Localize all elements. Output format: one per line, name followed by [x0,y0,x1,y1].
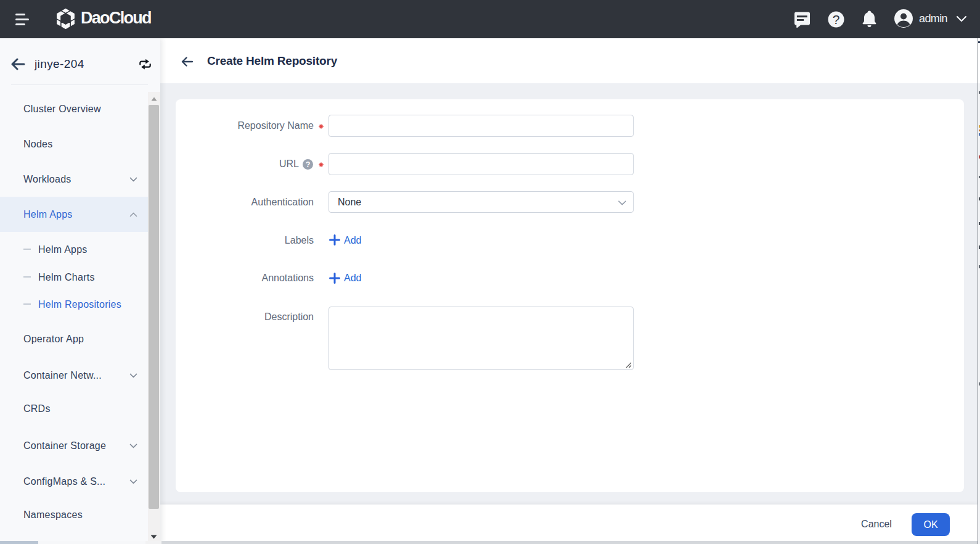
svg-text:?: ? [306,160,311,168]
svg-text:?: ? [833,12,840,27]
